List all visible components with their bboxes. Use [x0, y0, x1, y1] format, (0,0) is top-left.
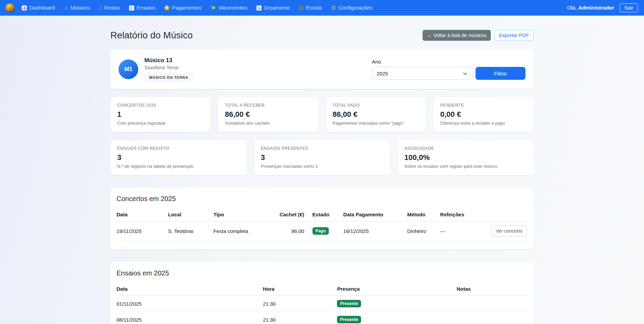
cell-presenca: Presente	[334, 296, 454, 312]
table-row: 01/11/2025 21:30 Presente	[116, 296, 528, 312]
nav-item-configuracoes[interactable]: ⚙ Configurações	[331, 4, 372, 12]
nav-label: Pagamentos	[172, 5, 201, 11]
col-header-hora: Hora	[260, 283, 335, 296]
col-header-data-pagamento: Data Pagamento	[341, 208, 405, 221]
status-badge-pago: Pago	[312, 227, 329, 235]
year-filter: Ano 2025 Filtrar	[372, 59, 525, 80]
stat-card-total-a-receber: TOTAL A RECEBER 86,00 € Somatório dos ca…	[218, 97, 318, 132]
back-to-musicians-button[interactable]: ← Voltar à lista de músicos	[423, 30, 491, 41]
brass-instrument-logo[interactable]: ♪	[5, 3, 15, 13]
chart-down-icon: ↘	[256, 5, 262, 11]
stat-label: TOTAL PAGO	[333, 103, 419, 108]
stat-card-ensaios-registo: ENSAIOS COM REGISTO 3 N.º de registos na…	[110, 140, 247, 175]
stat-card-concertos: CONCERTOS 2025 1 Com presença registada	[110, 97, 211, 132]
col-header-data: Data	[116, 208, 165, 221]
nav-item-musicos[interactable]: ♫ Músicos	[64, 5, 90, 11]
musical-score-icon: ♬	[129, 5, 134, 11]
stat-value: 3	[117, 153, 240, 162]
cell-notas	[454, 296, 528, 312]
nav-item-ensaios[interactable]: ♬ Ensaios	[129, 5, 155, 11]
stat-card-pendente: PENDENTE 0,00 € Diferença entre a recebe…	[433, 97, 534, 132]
stat-label: PENDENTE	[440, 103, 527, 108]
musician-instrument: Saxofone Tenor	[144, 65, 193, 70]
musician-type-badge: MÚSICO DA TERRA	[144, 73, 193, 82]
col-header-actions	[470, 208, 528, 221]
nav-menu: Dashboard ♫ Músicos ♪ Festas ♬ Ensaios $…	[22, 4, 372, 12]
top-navbar: ♪ Dashboard ♫ Músicos ♪ Festas ♬ Ensaios…	[0, 0, 644, 16]
page-header: Relatório do Músico ← Voltar à lista de …	[110, 30, 534, 41]
stat-caption: Pagamentos marcados como "pago"	[333, 121, 419, 126]
nav-item-pagamentos[interactable]: $ Pagamentos	[164, 5, 201, 11]
money-bag-icon: $	[164, 5, 169, 11]
col-header-local: Local	[165, 208, 211, 221]
nav-item-movimentos[interactable]: $ Movimentos	[211, 5, 247, 11]
musician-info: M1 Músico 13 Saxofone Tenor MÚSICO DA TE…	[119, 57, 193, 82]
view-concert-button[interactable]: Ver concerto	[491, 226, 527, 236]
cell-data: 01/11/2025	[116, 296, 260, 312]
col-header-tipo: Tipo	[211, 208, 276, 221]
col-header-refeicoes: Refeições	[437, 208, 470, 221]
stat-label: ASSIDUIDADE	[404, 146, 527, 151]
gear-icon: ⚙	[331, 4, 336, 12]
nav-label: Movimentos	[219, 5, 247, 11]
nav-label: Escola	[306, 5, 322, 11]
musician-name: Músico 13	[144, 57, 193, 64]
rehearsals-header-row: Data Hora Presença Notas	[116, 283, 528, 296]
cell-data: 08/11/2025	[116, 312, 260, 324]
nav-item-orcamento[interactable]: ↘ Orçamento	[256, 5, 290, 11]
cell-presenca: Presente	[334, 312, 454, 324]
cell-estado: Pago	[310, 221, 341, 241]
nav-label: Músicos	[71, 5, 90, 11]
stat-caption: N.º de registos na tabela de presenças	[117, 164, 240, 169]
table-row: 19/11/2025 S. Teotónio Festa completa 86…	[116, 221, 528, 241]
stat-card-assiduidade: ASSIDUIDADE 100,0% Sobre os ensaios com …	[397, 140, 534, 175]
presence-badge: Presente	[337, 300, 361, 307]
stat-value: 1	[117, 110, 204, 119]
logout-button[interactable]: Sair	[620, 3, 638, 12]
rehearsals-section: Ensaios em 2025 Data Hora Presença Notas…	[110, 262, 534, 324]
year-select-value: 2025	[377, 71, 388, 76]
concerts-table: Data Local Tipo Cachet (€) Estado Data P…	[116, 208, 528, 241]
nav-label: Orçamento	[264, 5, 290, 11]
stat-label: CONCERTOS 2025	[117, 103, 204, 108]
col-header-cachet: Cachet (€)	[276, 208, 309, 221]
stat-card-total-pago: TOTAL PAGO 86,00 € Pagamentos marcados c…	[326, 97, 426, 132]
cell-tipo: Festa completa	[211, 221, 276, 241]
col-header-presenca: Presença	[334, 283, 454, 296]
presence-badge: Presente	[337, 316, 361, 323]
nav-label: Dashboard	[29, 5, 55, 11]
stats-row-1: CONCERTOS 2025 1 Com presença registada …	[110, 97, 534, 132]
year-label: Ano	[372, 59, 525, 65]
stat-label: ENSAIOS PRESENTES	[261, 146, 383, 151]
concerts-title: Concertos em 2025	[116, 195, 528, 203]
nav-label: Festas	[104, 5, 120, 11]
nav-item-festas[interactable]: ♪ Festas	[99, 5, 120, 11]
stat-value: 100,0%	[404, 153, 527, 162]
filter-button[interactable]: Filtrar	[476, 67, 525, 80]
header-actions: ← Voltar à lista de músicos Exportar PDF	[423, 30, 534, 41]
nav-item-dashboard[interactable]: Dashboard	[22, 5, 55, 11]
nav-item-escola[interactable]: Escola	[299, 5, 322, 11]
stat-caption: Diferença entre a receber e pago	[440, 121, 527, 126]
year-select[interactable]: 2025	[372, 67, 472, 80]
bar-chart-icon	[22, 5, 27, 11]
avatar: M1	[119, 59, 138, 79]
cell-cachet: 86,00	[276, 221, 309, 241]
concerts-header-row: Data Local Tipo Cachet (€) Estado Data P…	[116, 208, 528, 221]
stat-caption: Somatório dos cachets	[225, 121, 311, 126]
navbar-right: Olá, Administrador Sair	[567, 3, 638, 12]
cell-notas	[454, 312, 528, 324]
export-pdf-button[interactable]: Exportar PDF	[494, 30, 534, 41]
greeting-text: Olá,	[567, 5, 577, 11]
cell-hora: 21:30	[260, 312, 335, 324]
cell-metodo: Dinheiro	[405, 221, 437, 241]
stat-value: 0,00 €	[440, 110, 527, 119]
col-header-metodo: Método	[405, 208, 437, 221]
concerts-section: Concertos em 2025 Data Local Tipo Cachet…	[110, 187, 534, 250]
stat-caption: Com presença registada	[117, 121, 204, 126]
col-header-estado: Estado	[310, 208, 341, 221]
stat-caption: Sobre os ensaios com registo para este m…	[404, 164, 527, 169]
cell-refeicoes: —	[437, 221, 470, 241]
stats-row-2: ENSAIOS COM REGISTO 3 N.º de registos na…	[110, 140, 534, 175]
money-transfer-icon: $	[211, 6, 216, 10]
